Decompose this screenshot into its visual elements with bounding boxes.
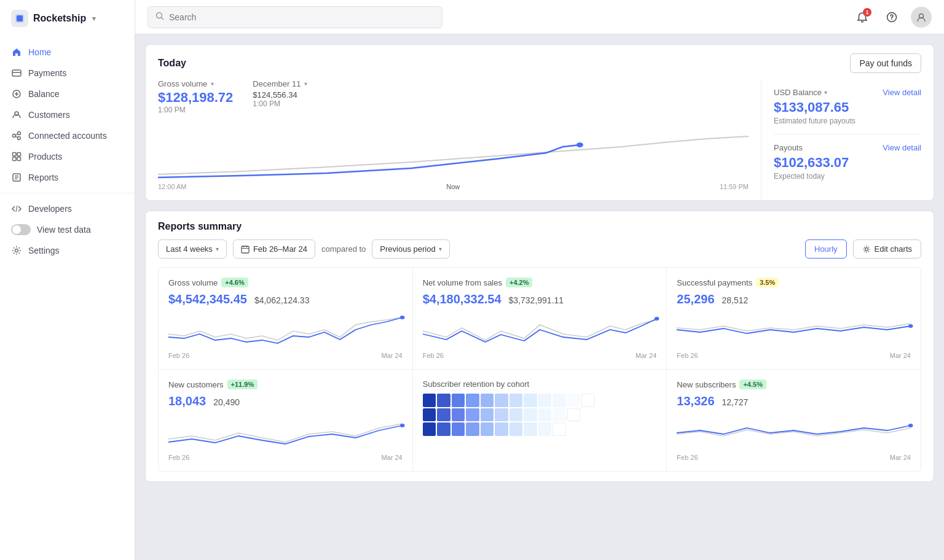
- gross-volume-chevron: ▾: [211, 80, 214, 87]
- period-filter-chevron: ▾: [216, 246, 219, 252]
- sidebar-item-connected-accounts[interactable]: Connected accounts: [0, 125, 135, 146]
- sidebar-item-settings-label: Settings: [28, 246, 60, 255]
- period-comparison-chevron: ▾: [439, 246, 442, 252]
- sidebar-item-developers[interactable]: Developers: [0, 198, 135, 219]
- sidebar-item-settings[interactable]: Settings: [0, 240, 135, 261]
- december-time: 1:00 PM: [253, 99, 307, 108]
- december-value: $124,556.34: [253, 90, 307, 99]
- help-button[interactable]: [881, 7, 902, 28]
- sidebar-item-customers-label: Customers: [28, 110, 70, 120]
- nav-divider: [0, 193, 135, 193]
- today-side-section: USD Balance ▾ View detail $133,087.65 Es…: [761, 79, 934, 200]
- sidebar-item-products-label: Products: [28, 152, 62, 161]
- sidebar-item-developers-label: Developers: [28, 204, 72, 214]
- notification-badge: 1: [863, 8, 871, 17]
- payout-button[interactable]: Pay out funds: [850, 53, 921, 73]
- connected-accounts-icon: [11, 130, 22, 141]
- search-icon: [155, 12, 164, 22]
- chart-cell-1-badge: +4.2%: [506, 278, 533, 287]
- notifications-button[interactable]: 1: [852, 7, 873, 28]
- payouts-value: $102,633.07: [774, 155, 921, 171]
- chart-cell-5-secondary: 12,727: [722, 397, 749, 407]
- today-chart: [158, 119, 749, 181]
- date-range-button[interactable]: Feb 26–Mar 24: [233, 239, 315, 259]
- gross-volume-value: $128,198.72: [158, 90, 233, 106]
- svg-point-8: [18, 137, 21, 140]
- chart-cell-1-labels: Feb 26 Mar 24: [423, 352, 657, 359]
- sidebar-item-home[interactable]: Home: [0, 42, 135, 63]
- chart-cell-5-label: New subscribers +4.5%: [677, 379, 911, 389]
- december-label[interactable]: December 11 ▾: [253, 79, 307, 88]
- chart-cell-4-label: Subscriber retention by cohort: [423, 379, 657, 389]
- edit-charts-button[interactable]: Edit charts: [853, 239, 921, 259]
- svg-point-36: [908, 424, 913, 427]
- svg-point-24: [891, 19, 892, 20]
- svg-rect-2: [12, 70, 21, 76]
- period-filter-button[interactable]: Last 4 weeks ▾: [158, 239, 227, 259]
- sidebar-item-products[interactable]: Products: [0, 146, 135, 167]
- customers-icon: [11, 109, 22, 120]
- reports-controls: Last 4 weeks ▾ Feb 26–Mar 24 compared to…: [158, 239, 921, 259]
- december-metric: December 11 ▾ $124,556.34 1:00 PM: [253, 79, 307, 114]
- chart-cell-1-values: $4,180,332.54 $3,732,991.11: [423, 292, 657, 306]
- usd-balance-header: USD Balance ▾ View detail: [774, 88, 921, 97]
- chart-cell-3-header: New customers +11.9%: [168, 379, 403, 389]
- usd-balance-value: $133,087.65: [774, 99, 921, 115]
- svg-point-34: [908, 324, 913, 328]
- test-data-row[interactable]: View test data: [0, 219, 135, 240]
- chart-cell-3: New customers +11.9% 18,043 20,490: [159, 370, 412, 471]
- sidebar-item-home-label: Home: [28, 47, 51, 57]
- svg-rect-1: [17, 15, 23, 21]
- chart-cell-5-badge: +4.5%: [739, 379, 766, 389]
- chart-cell-2-badge: 3.5%: [756, 278, 779, 287]
- sidebar-item-customers[interactable]: Customers: [0, 104, 135, 125]
- user-avatar-button[interactable]: [911, 7, 932, 28]
- chart-label-now: Now: [446, 183, 460, 190]
- sidebar-item-reports-label: Reports: [28, 173, 58, 182]
- logo-icon: [11, 10, 28, 27]
- chart-cell-0-primary: $4,542,345.45: [168, 292, 247, 306]
- chart-cell-2-primary: 25,296: [677, 292, 714, 306]
- chart-cell-1-label: Net volume from sales +4.2%: [423, 278, 657, 287]
- chart-cell-5: New subscribers +4.5% 13,326 12,727: [667, 370, 921, 471]
- payouts-sub: Expected today: [774, 172, 921, 181]
- cohort-chart: [423, 394, 657, 436]
- svg-rect-27: [242, 246, 249, 253]
- chart-cell-1-primary: $4,180,332.54: [423, 292, 502, 306]
- usd-balance-metric: USD Balance ▾ View detail $133,087.65 Es…: [774, 79, 921, 134]
- chart-cell-4: Subscriber retention by cohort: [413, 370, 667, 471]
- gross-volume-label[interactable]: Gross volume ▾: [158, 79, 233, 88]
- svg-point-31: [865, 247, 868, 251]
- chart-cell-0-badge: +4.6%: [221, 278, 248, 287]
- svg-point-20: [15, 249, 18, 252]
- search-input[interactable]: [169, 12, 435, 22]
- svg-point-26: [576, 142, 583, 147]
- svg-line-10: [15, 136, 18, 138]
- chart-cell-0: Gross volume +4.6% $4,542,345.45 $4,062,…: [159, 268, 412, 369]
- gross-volume-metric: Gross volume ▾ $128,198.72 1:00 PM: [158, 79, 233, 114]
- test-data-toggle[interactable]: [11, 224, 31, 235]
- period-comparison-button[interactable]: Previous period ▾: [372, 239, 449, 259]
- chart-label-start: 12:00 AM: [158, 183, 186, 190]
- sidebar-item-balance[interactable]: Balance: [0, 84, 135, 104]
- calendar-icon: [241, 245, 250, 254]
- svg-point-35: [400, 424, 405, 427]
- edit-icon: [862, 245, 871, 254]
- usd-balance-view-detail[interactable]: View detail: [883, 88, 921, 97]
- usd-balance-label[interactable]: USD Balance ▾: [774, 88, 827, 97]
- chart-cell-2: Successful payments 3.5% 25,296 28,512: [667, 268, 921, 369]
- chart-cell-4-header: Subscriber retention by cohort: [423, 379, 657, 389]
- today-body: Gross volume ▾ $128,198.72 1:00 PM Decem…: [146, 79, 934, 200]
- svg-point-21: [157, 13, 162, 18]
- chart-cell-5-chart: [677, 414, 911, 451]
- chart-cell-1-secondary: $3,732,991.11: [509, 295, 564, 305]
- sidebar-item-reports[interactable]: Reports: [0, 167, 135, 188]
- app-logo[interactable]: Rocketship ▾: [0, 0, 135, 37]
- chart-label-end: 11:59 PM: [720, 183, 749, 190]
- payments-icon: [11, 68, 22, 79]
- sidebar-item-payments[interactable]: Payments: [0, 63, 135, 84]
- payouts-view-detail[interactable]: View detail: [883, 143, 921, 152]
- chart-cell-0-header: Gross volume +4.6%: [168, 278, 403, 287]
- hourly-button[interactable]: Hourly: [805, 239, 847, 259]
- reports-card: Reports summary Last 4 weeks ▾ Feb 26–Ma…: [145, 211, 934, 482]
